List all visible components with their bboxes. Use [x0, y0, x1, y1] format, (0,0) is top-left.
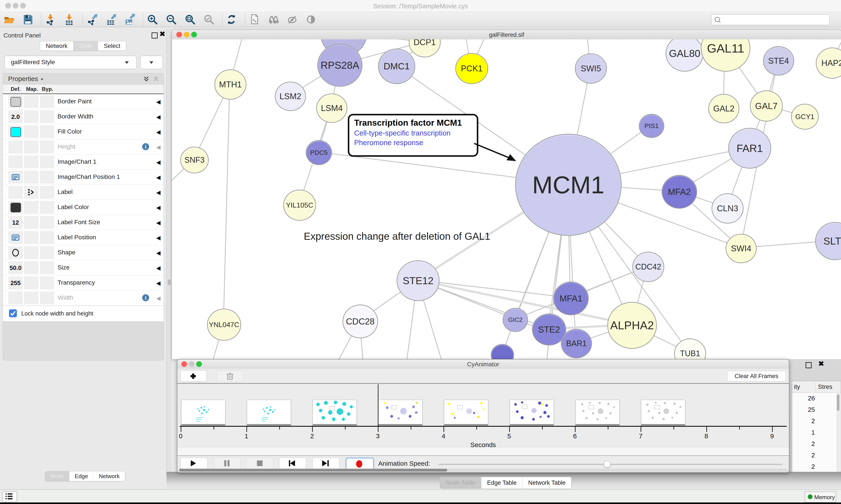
memory-button[interactable]: Memory [805, 491, 836, 502]
node-STE4[interactable]: STE4 [763, 46, 794, 75]
node-GAL11[interactable]: GAL11 [701, 39, 750, 72]
mapping-cell[interactable] [24, 292, 38, 304]
float-panel-icon[interactable] [151, 32, 158, 38]
expand-row-icon[interactable]: ◀ [156, 174, 161, 181]
property-row-width[interactable]: Widthi◀ [3, 290, 164, 306]
node-FAR1[interactable]: FAR1 [728, 128, 771, 168]
default-value-cell[interactable] [8, 201, 22, 214]
export-network-icon[interactable] [86, 14, 98, 25]
bypass-cell[interactable] [40, 247, 54, 259]
table-cell-value[interactable]: 2 [793, 452, 815, 459]
node-ALPHA2[interactable]: ALPHA2 [607, 302, 657, 349]
save-session-icon[interactable] [22, 14, 33, 25]
default-value-cell[interactable] [8, 247, 22, 259]
table-header-row[interactable]: ity Stres [792, 381, 841, 393]
panel-tab-node[interactable]: Node [45, 471, 69, 481]
bypass-cell[interactable] [40, 156, 54, 168]
expand-row-icon[interactable]: ◀ [156, 189, 161, 196]
property-row-transparency[interactable]: 255Transparency◀ [3, 275, 164, 290]
column-ity[interactable]: ity [794, 383, 800, 390]
expand-row-icon[interactable]: ◀ [156, 219, 161, 226]
node-BAR1[interactable]: BAR1 [561, 329, 592, 358]
node-SNF3[interactable]: SNF3 [180, 147, 209, 174]
expand-row-icon[interactable]: ◀ [156, 159, 161, 166]
property-row-label-color[interactable]: Label Color◀ [3, 200, 164, 215]
table-cell-value[interactable]: 26 [793, 395, 815, 402]
tab-network-table[interactable]: Network Table [522, 477, 572, 488]
mapping-cell[interactable] [24, 171, 38, 183]
skip-start-button[interactable] [279, 457, 306, 469]
frame-thumbnail-5[interactable] [444, 400, 488, 426]
default-value-cell[interactable] [8, 292, 22, 304]
node-MFA1[interactable]: MFA1 [553, 282, 589, 315]
mapping-cell[interactable] [24, 95, 38, 108]
expand-row-icon[interactable]: ◀ [156, 204, 161, 211]
mapping-cell[interactable] [24, 247, 38, 259]
tab-select[interactable]: Select [98, 41, 126, 51]
property-row-label[interactable]: Label◀ [3, 185, 164, 200]
default-value-cell[interactable] [8, 231, 22, 244]
property-row-border-paint[interactable]: Border Paint◀ [3, 94, 164, 109]
expand-all-icon[interactable] [143, 75, 149, 82]
panel-tab-network[interactable]: Network [93, 471, 125, 481]
property-row-label-position[interactable]: Label Position◀ [3, 230, 164, 245]
skip-end-button[interactable] [312, 457, 339, 469]
default-value-cell[interactable]: 2.0 [8, 111, 22, 123]
style-selector[interactable]: galFiltered Style [4, 56, 137, 69]
search-box[interactable] [711, 14, 830, 25]
frame-thumbnail-3[interactable] [312, 400, 357, 426]
node-TUB1[interactable]: TUB1 [674, 339, 706, 359]
lock-size-checkbox[interactable] [9, 309, 17, 317]
annotation-box[interactable]: Transcription factor MCM1 Cell-type-spec… [348, 114, 478, 157]
property-row-size[interactable]: 50.0Size◀ [3, 260, 164, 275]
node-bottom-node[interactable] [491, 344, 514, 359]
node-DCP1[interactable]: DCP1 [409, 39, 441, 57]
node-LSM2[interactable]: LSM2 [275, 82, 306, 111]
bypass-cell[interactable] [40, 141, 54, 153]
zoom-out-icon[interactable] [165, 14, 177, 25]
mapping-cell[interactable] [24, 216, 38, 229]
tab-edge-table[interactable]: Edge Table [481, 477, 522, 488]
frame-thumbnail-1[interactable] [181, 400, 225, 426]
bypass-cell[interactable] [40, 277, 54, 289]
frame-thumbnail-6[interactable] [509, 400, 554, 426]
tab-style[interactable]: Style [73, 41, 98, 51]
network-window-titlebar[interactable]: galFiltered.sif [172, 30, 841, 40]
playhead[interactable] [378, 384, 378, 426]
bypass-cell[interactable] [40, 201, 54, 214]
expand-row-icon[interactable]: ◀ [156, 114, 161, 121]
expand-row-icon[interactable]: ◀ [156, 250, 161, 256]
mapping-cell[interactable] [24, 201, 38, 214]
node-GIC2[interactable]: GIC2 [503, 308, 528, 332]
expand-row-icon[interactable]: ◀ [156, 265, 161, 271]
table-cell-value[interactable]: 2 [793, 417, 815, 425]
expand-row-icon[interactable]: ◀ [156, 129, 161, 136]
node-GAL7[interactable]: GAL7 [750, 90, 783, 122]
tab-node-table[interactable]: Node Table [440, 477, 481, 488]
cyanimator-titlebar[interactable]: CyAnimator [177, 360, 789, 369]
node-SLT2[interactable]: SLT2 [815, 222, 841, 260]
frame-thumbnail-2[interactable] [247, 400, 291, 426]
property-row-height[interactable]: Heighti◀ [3, 140, 164, 155]
node-GCY1[interactable]: GCY1 [791, 104, 819, 130]
default-value-cell[interactable] [8, 171, 22, 183]
expand-row-icon[interactable]: ◀ [156, 295, 161, 302]
info-icon[interactable]: i [142, 294, 149, 301]
node-YIL105C[interactable]: YIL105C [283, 190, 316, 221]
default-value-cell[interactable] [8, 126, 22, 138]
add-frame-button[interactable] [180, 371, 207, 382]
property-row-image-chart-position-1[interactable]: Image/Chart Position 1◀ [3, 170, 164, 185]
style-options-button[interactable] [140, 56, 163, 69]
property-row-border-width[interactable]: 2.0Border Width◀ [3, 109, 164, 124]
search-input[interactable] [721, 16, 825, 23]
table-cell-value[interactable]: 1 [793, 429, 815, 436]
frame-thumbnail-8[interactable] [641, 400, 685, 426]
bypass-cell[interactable] [40, 231, 54, 244]
timeline-horizontal-scrollbar[interactable] [178, 469, 788, 472]
property-row-fill-color[interactable]: Fill Color◀ [3, 124, 164, 140]
node-YNL047C[interactable]: YNL047C [207, 309, 241, 341]
zoom-in-icon[interactable] [147, 14, 158, 25]
bypass-cell[interactable] [40, 111, 54, 123]
frame-thumbnail-7[interactable] [575, 400, 620, 426]
bypass-cell[interactable] [40, 126, 54, 138]
